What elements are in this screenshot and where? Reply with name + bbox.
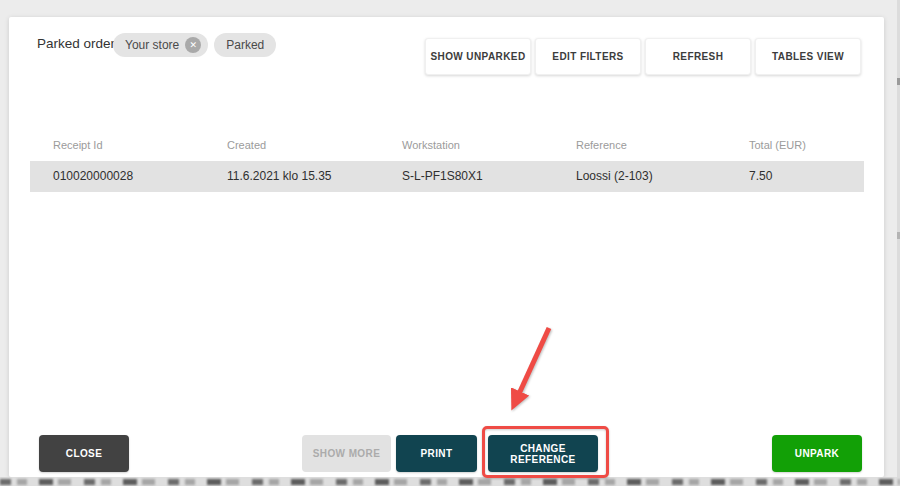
column-header-total: Total (EUR) — [749, 130, 806, 160]
table-row[interactable]: 010020000028 11.6.2021 klo 15.35 S-L-PF1… — [30, 161, 864, 192]
tables-view-button[interactable]: TABLES VIEW — [755, 38, 861, 75]
chip-remove-icon[interactable]: ✕ — [185, 37, 201, 53]
show-unparked-button[interactable]: SHOW UNPARKED — [425, 38, 531, 75]
table-header-row: Receipt Id Created Workstation Reference… — [30, 130, 864, 160]
chip-your-store-label: Your store — [125, 38, 179, 52]
filter-chips: Your store ✕ Parked — [113, 33, 276, 57]
column-header-workstation: Workstation — [402, 130, 460, 160]
background-page-strip — [0, 477, 900, 486]
cell-total: 7.50 — [749, 161, 772, 192]
cell-receipt-id: 010020000028 — [53, 161, 133, 192]
toolbar: SHOW UNPARKED EDIT FILTERS REFRESH TABLE… — [425, 38, 861, 75]
show-more-button[interactable]: SHOW MORE — [302, 435, 391, 472]
refresh-button[interactable]: REFRESH — [645, 38, 751, 75]
cell-created: 11.6.2021 klo 15.35 — [227, 161, 332, 192]
cell-workstation: S-L-PF1S80X1 — [402, 161, 483, 192]
change-reference-button[interactable]: CHANGE REFERENCE — [488, 435, 598, 472]
column-header-receipt-id: Receipt Id — [53, 130, 103, 160]
chip-your-store[interactable]: Your store ✕ — [113, 33, 208, 57]
chip-parked-label: Parked — [226, 38, 264, 52]
parked-orders-dialog: Parked orders: Your store ✕ Parked SHOW … — [9, 17, 884, 477]
close-button[interactable]: CLOSE — [39, 435, 129, 472]
cell-reference: Loossi (2-103) — [576, 161, 653, 192]
edit-filters-button[interactable]: EDIT FILTERS — [535, 38, 641, 75]
chip-parked[interactable]: Parked — [214, 33, 276, 57]
unpark-button[interactable]: UNPARK — [772, 435, 862, 472]
print-button[interactable]: PRINT — [396, 435, 477, 472]
column-header-reference: Reference — [576, 130, 627, 160]
column-header-created: Created — [227, 130, 266, 160]
